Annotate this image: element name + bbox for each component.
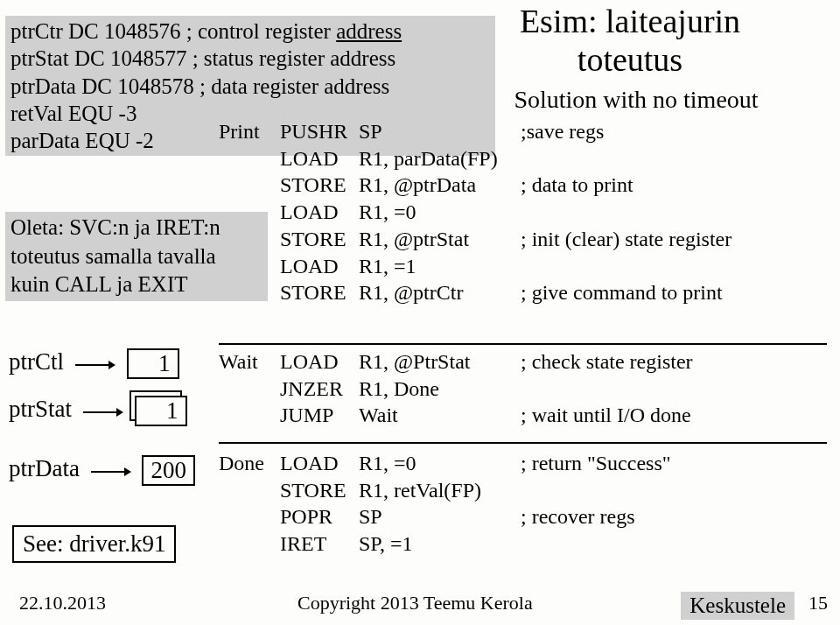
arrow-icon: [83, 397, 123, 425]
arrow-icon: [75, 350, 116, 377]
discuss-label: Keskustele: [681, 592, 794, 620]
separator-line: [219, 442, 827, 444]
slide-title: Esim: laiteajurin toteutus: [472, 2, 788, 79]
slide-subtitle: Solution with no timeout: [492, 86, 780, 114]
svg-marker-5: [124, 467, 131, 476]
separator-line: [219, 343, 827, 345]
code-block-wait: WaitLOADR1, @PtrStat; check state regist…: [219, 348, 831, 429]
arrow-icon: [91, 457, 131, 484]
footer-date: 22.10.2013: [19, 592, 106, 614]
see-driver-box: See: driver.k91: [12, 525, 176, 563]
code-block-done: DoneLOADR1, =0; return "Success"STORER1,…: [219, 450, 831, 558]
code-block-print: PrintPUSHRSP;save regsLOADR1, parData(FP…: [219, 118, 831, 306]
ptr-stat-diagram: ptrStat 1: [9, 396, 187, 426]
ptr-data-diagram: ptrData 200: [9, 455, 195, 486]
svg-marker-1: [108, 361, 116, 369]
svg-marker-3: [116, 408, 123, 417]
footer-copyright: Copyright 2013 Teemu Kerola: [298, 592, 533, 614]
ptr-ctl-diagram: ptrCtl 1: [9, 348, 179, 379]
slide-number: 15: [808, 592, 828, 614]
